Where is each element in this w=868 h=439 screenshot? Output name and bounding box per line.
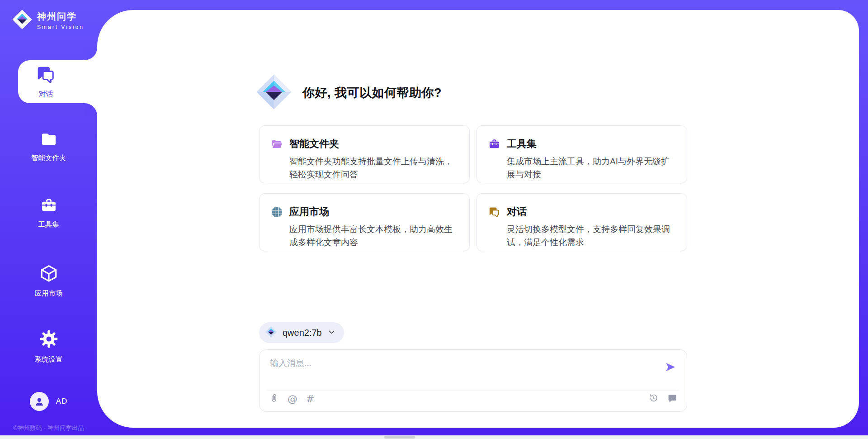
chat-icon xyxy=(36,64,56,86)
brand-subtitle: Smart Vision xyxy=(37,24,84,30)
brand-name: 神州问学 xyxy=(37,10,84,23)
send-icon xyxy=(665,367,676,374)
card-description: 集成市场上主流工具，助力AI与外界无缝扩展与对接 xyxy=(507,155,675,181)
copyright-text: ©神州数码 · 神州问学出品 xyxy=(0,424,97,432)
attach-file-button[interactable] xyxy=(269,393,279,405)
cube-icon xyxy=(39,264,58,285)
sidebar-item-toolset[interactable]: 工具集 xyxy=(0,197,97,229)
send-button[interactable] xyxy=(665,361,676,373)
user-profile[interactable]: AD xyxy=(0,392,97,411)
paperclip-icon xyxy=(269,393,279,405)
card-description: 灵活切换多模型文件，支持多样回复效果调试，满足个性化需求 xyxy=(507,223,675,249)
model-diamond-icon xyxy=(265,326,277,340)
sidebar-item-smart-folder[interactable]: 智能文件夹 xyxy=(0,130,97,163)
card-body: 智能文件夹 智能文件夹功能支持批量文件上传与清洗，轻松实现文件问答 xyxy=(289,137,458,183)
mention-button[interactable]: @ xyxy=(288,393,297,405)
card-description: 智能文件夹功能支持批量文件上传与清洗，轻松实现文件问答 xyxy=(289,155,458,181)
sidebar: 神州问学 Smart Vision 对话 智能文件夹 xyxy=(0,0,97,439)
composer-divider xyxy=(267,391,679,391)
card-chat[interactable]: 对话 灵活切换多模型文件，支持多样回复效果调试，满足个性化需求 xyxy=(476,193,687,251)
sidebar-item-app-market[interactable]: 应用市场 xyxy=(0,264,97,298)
brand: 神州问学 Smart Vision xyxy=(12,9,84,32)
model-selector[interactable]: qwen2:7b xyxy=(259,322,344,343)
sidebar-item-label: 应用市场 xyxy=(35,289,63,298)
feature-cards: 智能文件夹 智能文件夹功能支持批量文件上传与清洗，轻松实现文件问答 工具集 xyxy=(259,125,687,251)
greeting-block: 你好, 我可以如何帮助你? xyxy=(255,73,442,112)
scrollbar-thumb[interactable] xyxy=(384,436,415,439)
sidebar-item-label: 对话 xyxy=(39,90,53,99)
new-chat-button[interactable] xyxy=(667,393,677,405)
card-title: 工具集 xyxy=(507,137,675,151)
chat-icon xyxy=(488,206,500,251)
greeting-title: 你好, 我可以如何帮助你? xyxy=(302,85,442,101)
chevron-down-icon xyxy=(327,328,336,338)
card-title: 应用市场 xyxy=(289,205,458,219)
hash-icon: # xyxy=(306,393,314,405)
card-body: 工具集 集成市场上主流工具，助力AI与外界无缝扩展与对接 xyxy=(507,137,675,183)
history-icon xyxy=(649,393,659,405)
sidebar-item-label: 智能文件夹 xyxy=(31,153,66,163)
card-title: 智能文件夹 xyxy=(289,137,458,151)
grid-icon xyxy=(271,206,283,251)
card-smart-folder[interactable]: 智能文件夹 智能文件夹功能支持批量文件上传与清洗，轻松实现文件问答 xyxy=(259,125,470,183)
sidebar-item-label: 工具集 xyxy=(38,220,59,229)
open-folder-icon xyxy=(271,138,283,183)
sidebar-item-label: 系统设置 xyxy=(35,355,63,364)
horizontal-scrollbar[interactable] xyxy=(0,435,868,439)
card-body: 应用市场 应用市场提供丰富长文本模板，助力高效生成多样化文章内容 xyxy=(289,205,458,251)
card-description: 应用市场提供丰富长文本模板，助力高效生成多样化文章内容 xyxy=(289,223,458,249)
main-panel: 你好, 我可以如何帮助你? 智能文件夹 智能文件夹功能支持批量文件上传与清洗，轻… xyxy=(97,10,859,428)
brand-diamond-logo xyxy=(255,73,292,112)
at-icon: @ xyxy=(288,393,297,405)
toolbox-icon xyxy=(488,138,500,183)
active-tab-curve-top xyxy=(85,48,97,60)
sidebar-item-settings[interactable]: 系统设置 xyxy=(0,329,97,364)
user-name: AD xyxy=(56,397,68,406)
active-tab-curve-bottom xyxy=(85,103,97,116)
topic-button[interactable]: # xyxy=(306,393,314,405)
message-composer: @ # xyxy=(259,349,687,412)
model-name: qwen2:7b xyxy=(283,328,322,338)
avatar xyxy=(30,392,49,411)
history-button[interactable] xyxy=(649,393,659,405)
toolbox-icon xyxy=(40,197,57,216)
card-toolset[interactable]: 工具集 集成市场上主流工具，助力AI与外界无缝扩展与对接 xyxy=(476,125,687,183)
chat-home-content: 你好, 我可以如何帮助你? 智能文件夹 智能文件夹功能支持批量文件上传与清洗，轻… xyxy=(259,10,687,428)
brand-diamond-logo xyxy=(12,9,33,32)
brand-text: 神州问学 Smart Vision xyxy=(37,10,84,30)
sidebar-item-chat[interactable]: 对话 xyxy=(18,60,97,103)
gear-icon xyxy=(39,329,59,351)
composer-toolbar: @ # xyxy=(269,393,677,405)
message-input[interactable] xyxy=(270,358,654,384)
card-app-market[interactable]: 应用市场 应用市场提供丰富长文本模板，助力高效生成多样化文章内容 xyxy=(259,193,470,251)
chat-bubble-icon xyxy=(667,393,677,405)
card-body: 对话 灵活切换多模型文件，支持多样回复效果调试，满足个性化需求 xyxy=(507,205,675,251)
folder-icon xyxy=(40,130,57,149)
card-title: 对话 xyxy=(507,205,675,219)
